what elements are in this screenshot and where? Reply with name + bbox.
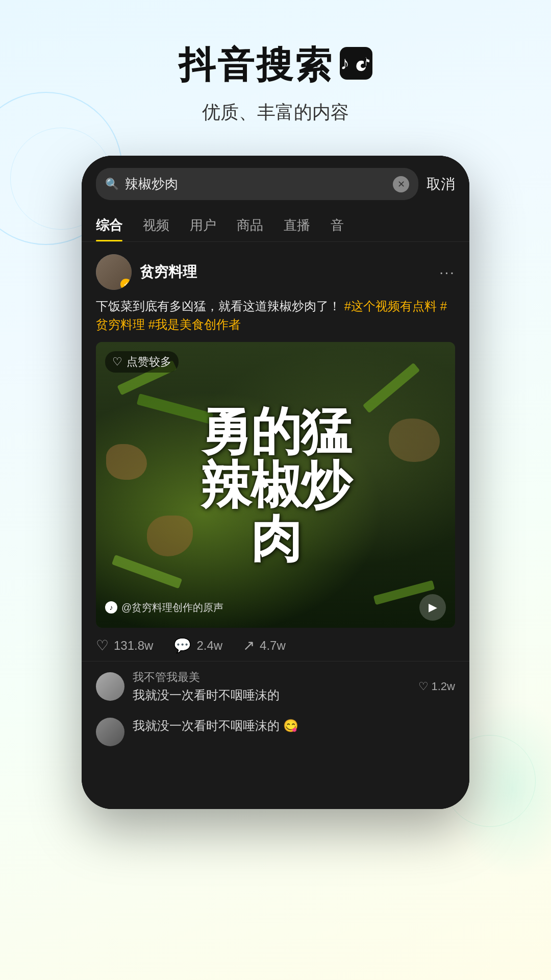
sound-label: @贫穷料理创作的原声 bbox=[121, 601, 223, 615]
comment-like-count: 1.2w bbox=[432, 680, 455, 693]
partial-comment-content: 我就没一次看时不咽唾沫的 😋 bbox=[133, 718, 455, 734]
tab-video[interactable]: 视频 bbox=[143, 208, 169, 241]
tiktok-logo-icon bbox=[340, 47, 372, 80]
phone-mockup-wrapper: 🔍 辣椒炒肉 ✕ 取消 综合 视频 用户 商品 bbox=[0, 156, 551, 809]
video-sound-info: ♪ @贫穷料理创作的原声 bbox=[105, 601, 223, 615]
comment-row: 我不管我最美 我就没一次看时不咽唾沫的 ♡ 1.2w bbox=[82, 661, 469, 712]
like-count: 131.8w bbox=[114, 639, 153, 653]
post-actions: ♡ 131.8w 💬 2.4w ↗ 4.7w bbox=[96, 628, 455, 661]
hashtag-1[interactable]: #这个视频有点料 bbox=[344, 299, 437, 313]
commenter-avatar bbox=[96, 672, 124, 701]
header: 抖音搜索 优质、丰富的内容 bbox=[0, 0, 551, 125]
tab-live[interactable]: 直播 bbox=[284, 208, 310, 241]
comment-like-icon: ♡ bbox=[418, 680, 429, 693]
comment-text: 我就没一次看时不咽唾沫的 bbox=[133, 687, 410, 703]
play-button[interactable]: ▶ bbox=[419, 594, 446, 621]
comment-count: 2.4w bbox=[196, 639, 222, 653]
phone-mockup: 🔍 辣椒炒肉 ✕ 取消 综合 视频 用户 商品 bbox=[82, 156, 469, 809]
video-title-text: 勇的猛辣椒炒肉 bbox=[114, 405, 437, 566]
video-title-overlay: 勇的猛辣椒炒肉 bbox=[114, 405, 437, 566]
badge-heart-icon: ♡ bbox=[112, 355, 122, 369]
share-icon: ↗ bbox=[243, 637, 255, 654]
tab-audio[interactable]: 音 bbox=[331, 208, 344, 241]
search-input-wrap[interactable]: 🔍 辣椒炒肉 ✕ bbox=[96, 168, 418, 200]
comment-action[interactable]: 💬 2.4w bbox=[173, 637, 222, 654]
tab-product[interactable]: 商品 bbox=[237, 208, 263, 241]
like-icon: ♡ bbox=[96, 637, 109, 654]
tab-user[interactable]: 用户 bbox=[190, 208, 216, 241]
search-clear-button[interactable]: ✕ bbox=[393, 176, 409, 192]
app-title-text: 抖音搜索 bbox=[179, 41, 334, 90]
phone-screen: 🔍 辣椒炒肉 ✕ 取消 综合 视频 用户 商品 bbox=[82, 156, 469, 809]
video-bottom-bar: ♪ @贫穷料理创作的原声 ▶ bbox=[105, 594, 446, 621]
search-tabs: 综合 视频 用户 商品 直播 音 bbox=[82, 208, 469, 242]
comment-content: 我不管我最美 我就没一次看时不咽唾沫的 bbox=[133, 670, 410, 703]
like-action[interactable]: ♡ 131.8w bbox=[96, 637, 153, 654]
tiktok-note-icon: ♪ bbox=[105, 601, 117, 614]
search-query: 辣椒炒肉 bbox=[125, 175, 387, 193]
share-count: 4.7w bbox=[260, 639, 286, 653]
more-options-icon[interactable]: ··· bbox=[439, 263, 455, 281]
search-bar: 🔍 辣椒炒肉 ✕ 取消 bbox=[82, 156, 469, 208]
share-action[interactable]: ↗ 4.7w bbox=[243, 637, 286, 654]
video-thumbnail[interactable]: ♡ 点赞较多 勇的猛辣椒炒肉 ♪ bbox=[96, 342, 455, 628]
app-title: 抖音搜索 bbox=[0, 41, 551, 90]
cancel-button[interactable]: 取消 bbox=[427, 175, 455, 194]
post-card: ✓ 贫穷料理 ··· 下饭菜到底有多凶猛，就看这道辣椒炒肉了！ #这个视频有点料… bbox=[82, 242, 469, 661]
comment-likes[interactable]: ♡ 1.2w bbox=[418, 680, 455, 693]
author-info: ✓ 贫穷料理 bbox=[96, 254, 197, 290]
commenter-avatar-2 bbox=[96, 718, 124, 746]
comment-row-partial: 我就没一次看时不咽唾沫的 😋 bbox=[82, 712, 469, 746]
video-popular-badge: ♡ 点赞较多 bbox=[105, 351, 179, 373]
hashtag-3[interactable]: #我是美食创作者 bbox=[148, 317, 241, 331]
search-icon: 🔍 bbox=[105, 178, 119, 191]
badge-label: 点赞较多 bbox=[127, 354, 171, 370]
author-name[interactable]: 贫穷料理 bbox=[140, 262, 197, 282]
partial-comment-text: 我就没一次看时不咽唾沫的 😋 bbox=[133, 718, 455, 734]
author-avatar: ✓ bbox=[96, 254, 132, 290]
search-content: ✓ 贫穷料理 ··· 下饭菜到底有多凶猛，就看这道辣椒炒肉了！ #这个视频有点料… bbox=[82, 242, 469, 809]
post-text-main: 下饭菜到底有多凶猛，就看这道辣椒炒肉了！ bbox=[96, 299, 341, 313]
post-text: 下饭菜到底有多凶猛，就看这道辣椒炒肉了！ #这个视频有点料 #贫穷料理 #我是美… bbox=[96, 297, 455, 334]
post-author-row: ✓ 贫穷料理 ··· bbox=[96, 254, 455, 290]
tab-comprehensive[interactable]: 综合 bbox=[96, 208, 122, 241]
comment-icon: 💬 bbox=[173, 637, 191, 654]
header-subtitle: 优质、丰富的内容 bbox=[0, 100, 551, 125]
verified-badge: ✓ bbox=[120, 279, 132, 290]
commenter-name[interactable]: 我不管我最美 bbox=[133, 670, 410, 685]
